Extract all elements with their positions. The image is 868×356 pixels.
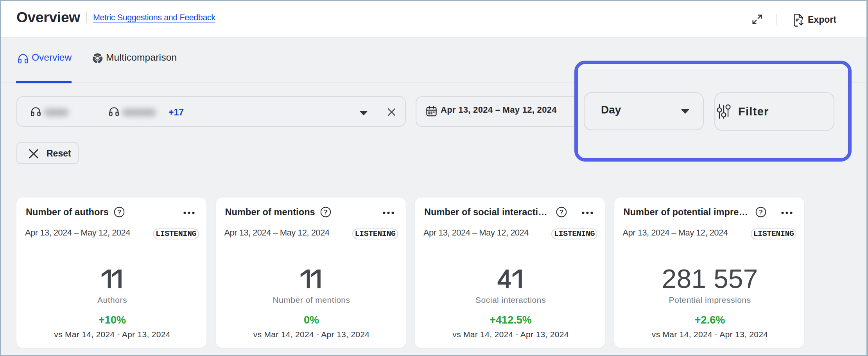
- svg-text:?: ?: [324, 209, 328, 216]
- svg-text:?: ?: [117, 209, 121, 216]
- svg-text:?: ?: [560, 209, 563, 216]
- svg-text:?: ?: [759, 209, 762, 216]
